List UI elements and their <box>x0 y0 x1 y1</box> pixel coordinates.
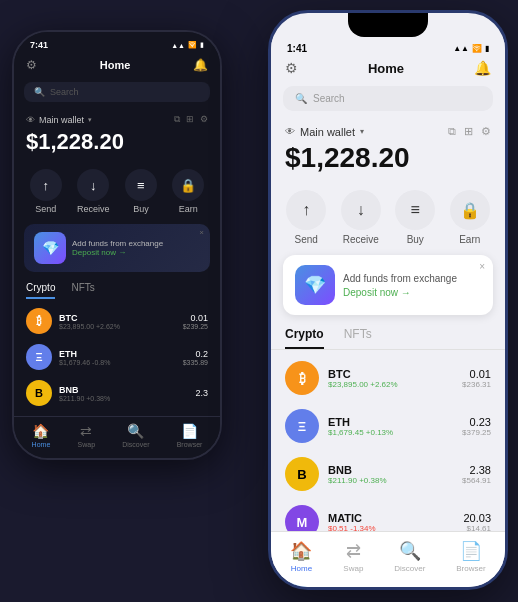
dark-send-button[interactable]: ↑ Send <box>30 169 62 214</box>
light-wallet-name[interactable]: Main wallet <box>300 126 355 138</box>
light-search-placeholder: Search <box>313 93 345 104</box>
dark-btc-amount: 0.01 <box>183 313 208 323</box>
light-btc-amount: 0.01 <box>462 368 491 380</box>
light-banner-close[interactable]: × <box>479 261 485 272</box>
light-status-icons: ▲▲ 🛜 ▮ <box>453 44 489 53</box>
light-bnb-sub: $211.90 +0.38% <box>328 476 453 485</box>
light-wifi-icon: 🛜 <box>472 44 482 53</box>
dark-settings-icon[interactable]: ⚙ <box>200 114 208 125</box>
dark-bnb-sub: $211.90 +0.38% <box>59 395 188 402</box>
light-nav-discover[interactable]: 🔍 Discover <box>394 540 425 573</box>
dark-time: 7:41 <box>30 40 48 50</box>
light-coin-eth[interactable]: Ξ ETH $1,679.45 +0.13% 0.23 $379.25 <box>271 402 505 450</box>
light-receive-button[interactable]: ↓ Receive <box>341 190 381 245</box>
dark-btc-value: 0.01 $239.25 <box>183 313 208 330</box>
light-discover-icon: 🔍 <box>399 540 421 562</box>
light-gear-icon[interactable]: ⚙ <box>285 60 298 76</box>
light-send-button[interactable]: ↑ Send <box>286 190 326 245</box>
dark-wifi-icon: 🛜 <box>188 41 197 49</box>
light-nav-browser[interactable]: 📄 Browser <box>456 540 485 573</box>
dark-balance: $1,228.20 <box>26 129 208 155</box>
light-nav-swap[interactable]: ⇄ Swap <box>343 540 363 573</box>
light-bnb-amount: 2.38 <box>462 464 491 476</box>
dark-wallet-section: 👁 Main wallet ▾ ⧉ ⊞ ⚙ $1,228.20 <box>14 106 220 161</box>
light-btc-info: BTC $23,895.00 +2.62% <box>328 368 453 389</box>
light-bnb-name: BNB <box>328 464 453 476</box>
dark-receive-button[interactable]: ↓ Receive <box>77 169 110 214</box>
light-matic-name: MATIC <box>328 512 454 524</box>
light-eye-icon[interactable]: 👁 <box>285 126 295 137</box>
light-eth-info: ETH $1,679.45 +0.13% <box>328 416 453 437</box>
light-btc-value: 0.01 $236.31 <box>462 368 491 389</box>
dark-bnb-info: BNB $211.90 +0.38% <box>59 385 188 402</box>
light-buy-button[interactable]: ≡ Buy <box>395 190 435 245</box>
light-settings-icon[interactable]: ⚙ <box>481 125 491 138</box>
dark-wallet-chevron[interactable]: ▾ <box>88 116 92 124</box>
light-buy-label: Buy <box>407 234 424 245</box>
light-deposit-link[interactable]: Deposit now → <box>343 287 457 298</box>
dark-tab-nfts[interactable]: NFTs <box>71 282 94 299</box>
dark-search-bar[interactable]: 🔍 Search <box>24 82 210 102</box>
light-banner[interactable]: × 💎 Add funds from exchange Deposit now … <box>283 255 493 315</box>
dark-btc-info: BTC $23,895.00 +2.62% <box>59 313 176 330</box>
dark-earn-button[interactable]: 🔒 Earn <box>172 169 204 214</box>
light-coin-bnb[interactable]: B BNB $211.90 +0.38% 2.38 $564.91 <box>271 450 505 498</box>
dark-bnb-logo: B <box>26 380 52 406</box>
dark-swap-label: Swap <box>78 441 96 448</box>
dark-banner[interactable]: × 💎 Add funds from exchange Deposit now … <box>24 224 210 272</box>
dark-discover-icon: 🔍 <box>127 423 144 439</box>
dark-bnb-amount: 2.3 <box>195 388 208 398</box>
dark-nav-discover[interactable]: 🔍 Discover <box>122 423 149 448</box>
dark-nav-home[interactable]: 🏠 Home <box>32 423 51 448</box>
light-wallet-chevron[interactable]: ▾ <box>360 127 364 136</box>
dark-copy-icon[interactable]: ⧉ <box>174 114 180 125</box>
light-search-bar[interactable]: 🔍 Search <box>283 86 493 111</box>
light-send-label: Send <box>295 234 318 245</box>
dark-eth-info: ETH $1,679.46 -0.8% <box>59 349 176 366</box>
light-eth-name: ETH <box>328 416 453 428</box>
dark-buy-button[interactable]: ≡ Buy <box>125 169 157 214</box>
light-tab-crypto[interactable]: Crypto <box>285 327 324 349</box>
light-btc-usd: $236.31 <box>462 380 491 389</box>
light-header-title: Home <box>298 61 474 76</box>
light-matic-value: 20.03 $14.61 <box>463 512 491 533</box>
dark-eth-name: ETH <box>59 349 176 359</box>
dark-status-icons: ▲▲ 🛜 ▮ <box>171 41 204 49</box>
light-time: 1:41 <box>287 43 307 54</box>
light-tab-nfts[interactable]: NFTs <box>344 327 372 349</box>
light-nav-home[interactable]: 🏠 Home <box>290 540 312 573</box>
dark-coin-eth[interactable]: Ξ ETH $1,679.46 -0.8% 0.2 $335.89 <box>14 339 220 375</box>
light-receive-label: Receive <box>343 234 379 245</box>
light-eth-sub: $1,679.45 +0.13% <box>328 428 453 437</box>
dark-home-label: Home <box>32 441 51 448</box>
dark-gear-icon[interactable]: ⚙ <box>26 58 37 72</box>
dark-deposit-link[interactable]: Deposit now → <box>72 248 163 257</box>
light-expand-icon[interactable]: ⊞ <box>464 125 473 138</box>
light-bnb-info: BNB $211.90 +0.38% <box>328 464 453 485</box>
light-battery-icon: ▮ <box>485 44 489 53</box>
dark-tab-crypto[interactable]: Crypto <box>26 282 55 299</box>
dark-status-bar: 7:41 ▲▲ 🛜 ▮ <box>14 32 220 54</box>
dark-wallet-name[interactable]: Main wallet <box>39 115 84 125</box>
light-banner-text: Add funds from exchange Deposit now → <box>343 273 457 298</box>
light-home-icon: 🏠 <box>290 540 312 562</box>
dark-banner-close[interactable]: × <box>199 228 204 237</box>
light-matic-amount: 20.03 <box>463 512 491 524</box>
dark-nav-swap[interactable]: ⇄ Swap <box>78 423 96 448</box>
dark-coin-bnb[interactable]: B BNB $211.90 +0.38% 2.3 <box>14 375 220 411</box>
dark-bell-icon[interactable]: 🔔 <box>193 58 208 72</box>
light-copy-icon[interactable]: ⧉ <box>448 125 456 138</box>
light-bell-icon[interactable]: 🔔 <box>474 60 491 76</box>
light-actions: ↑ Send ↓ Receive ≡ Buy 🔒 Earn <box>271 180 505 251</box>
dark-bottom-nav: 🏠 Home ⇄ Swap 🔍 Discover 📄 Browser <box>14 416 220 458</box>
dark-expand-icon[interactable]: ⊞ <box>186 114 194 125</box>
light-earn-button[interactable]: 🔒 Earn <box>450 190 490 245</box>
dark-coin-btc[interactable]: ₿ BTC $23,895.00 +2.62% 0.01 $239.25 <box>14 303 220 339</box>
dark-nav-browser[interactable]: 📄 Browser <box>177 423 203 448</box>
dark-btc-sub: $23,895.00 +2.62% <box>59 323 176 330</box>
dark-receive-label: Receive <box>77 204 110 214</box>
dark-eth-sub: $1,679.46 -0.8% <box>59 359 176 366</box>
dark-eye-icon[interactable]: 👁 <box>26 115 35 125</box>
light-coin-btc[interactable]: ₿ BTC $23,895.00 +2.62% 0.01 $236.31 <box>271 354 505 402</box>
light-discover-label: Discover <box>394 564 425 573</box>
